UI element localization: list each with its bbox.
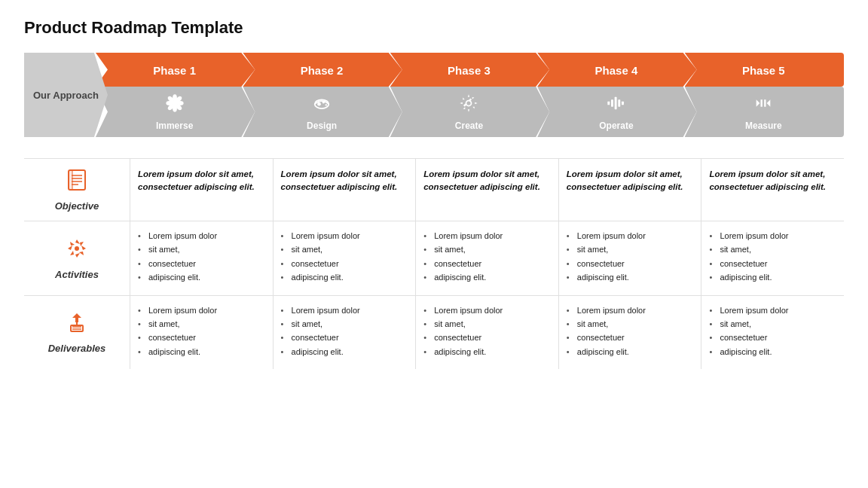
phase-3-bottom: Create: [390, 87, 549, 137]
deliverables-cell-1: Lorem ipsum dolor sit amet, consectetuer…: [130, 295, 273, 370]
list-item: Lorem ipsum dolor: [281, 305, 408, 316]
objective-row-header: Objective: [24, 158, 130, 221]
phase-4-sublabel: Operate: [599, 120, 633, 131]
list-item: adipiscing elit.: [281, 346, 408, 358]
svg-rect-14: [607, 102, 610, 105]
list-item: consectetuer: [281, 258, 408, 270]
svg-rect-28: [69, 170, 72, 190]
list-item: sit amet,: [709, 319, 836, 330]
list-item: sit amet,: [567, 244, 694, 255]
activities-row-header: Activities: [24, 221, 130, 295]
activities-list-1: Lorem ipsum dolor sit amet, consectetuer…: [138, 230, 265, 284]
activities-cell-1: Lorem ipsum dolor sit amet, consectetuer…: [130, 221, 273, 295]
list-item: consectetuer: [138, 258, 265, 270]
phase-5-bottom: Measure: [685, 87, 844, 137]
activities-list-3: Lorem ipsum dolor sit amet, consectetuer…: [423, 230, 551, 284]
list-item: Lorem ipsum dolor: [709, 305, 836, 316]
deliverables-icon: [65, 310, 89, 340]
svg-point-12: [326, 104, 327, 105]
activities-icon: [65, 236, 89, 266]
objective-text-5: Lorem ipsum dolor sit amet, consectetuer…: [709, 168, 836, 194]
list-item: sit amet,: [281, 244, 408, 255]
list-item: sit amet,: [281, 319, 408, 330]
activities-cell-5: Lorem ipsum dolor sit amet, consectetuer…: [701, 221, 844, 295]
list-item: consectetuer: [567, 332, 694, 343]
phase-3-arrow: Phase 3: [390, 53, 549, 137]
phase-1-sublabel: Immerse: [156, 120, 193, 131]
phase-4-label: Phase 4: [537, 53, 696, 87]
phase-5-label: Phase 5: [685, 53, 844, 87]
phase-3-label: Phase 3: [390, 53, 549, 87]
deliverables-list-5: Lorem ipsum dolor sit amet, consectetuer…: [709, 305, 836, 358]
activities-cell-4: Lorem ipsum dolor sit amet, consectetuer…: [558, 221, 701, 295]
list-item: adipiscing elit.: [138, 346, 265, 358]
list-item: Lorem ipsum dolor: [138, 230, 265, 242]
list-item: consectetuer: [709, 332, 836, 343]
deliverables-cell-3: Lorem ipsum dolor sit amet, consectetuer…: [415, 295, 558, 370]
objective-label: Objective: [55, 200, 99, 212]
list-item: Lorem ipsum dolor: [423, 230, 551, 242]
list-item: sit amet,: [709, 244, 836, 255]
list-item: consectetuer: [709, 258, 836, 270]
page-title: Product Roadmap Template: [24, 18, 844, 38]
objective-cell-1: Lorem ipsum dolor sit amet, consectetuer…: [130, 158, 273, 221]
list-item: consectetuer: [138, 332, 265, 343]
list-item: Lorem ipsum dolor: [567, 230, 694, 242]
list-item: sit amet,: [567, 319, 694, 330]
svg-point-30: [75, 246, 79, 251]
phase-1-arrow: Phase 1 Im: [96, 53, 255, 137]
list-item: Lorem ipsum dolor: [567, 305, 694, 316]
deliverables-list-1: Lorem ipsum dolor sit amet, consectetuer…: [138, 305, 265, 358]
svg-marker-20: [767, 99, 771, 106]
phase-4-bottom: Operate: [537, 87, 696, 137]
list-item: adipiscing elit.: [567, 346, 694, 358]
list-item: adipiscing elit.: [138, 272, 265, 283]
list-item: sit amet,: [423, 319, 551, 330]
activities-list-4: Lorem ipsum dolor sit amet, consectetuer…: [567, 230, 694, 284]
list-item: sit amet,: [138, 319, 265, 330]
list-item: adipiscing elit.: [709, 272, 836, 283]
objective-cell-3: Lorem ipsum dolor sit amet, consectetuer…: [415, 158, 558, 221]
phase-3-icon: [458, 93, 479, 117]
objective-text-4: Lorem ipsum dolor sit amet, consectetuer…: [567, 168, 694, 194]
list-item: adipiscing elit.: [709, 346, 836, 358]
phase-2-sublabel: Design: [307, 120, 337, 131]
list-item: sit amet,: [138, 244, 265, 255]
list-item: sit amet,: [423, 244, 551, 255]
list-item: consectetuer: [567, 258, 694, 270]
list-item: Lorem ipsum dolor: [138, 305, 265, 316]
roadmap-arrows: Our Approach Phase 1: [24, 53, 844, 137]
phase-2-arrow: Phase 2 Design: [243, 53, 402, 137]
svg-rect-15: [611, 99, 613, 106]
phase-2-icon: [311, 93, 332, 117]
svg-marker-19: [756, 99, 760, 106]
list-item: consectetuer: [423, 258, 551, 270]
deliverables-cell-4: Lorem ipsum dolor sit amet, consectetuer…: [558, 295, 701, 370]
phase-3-sublabel: Create: [455, 120, 483, 131]
svg-point-13: [466, 101, 472, 106]
list-item: adipiscing elit.: [281, 272, 408, 283]
deliverables-list-3: Lorem ipsum dolor sit amet, consectetuer…: [423, 305, 551, 358]
content-table: Objective Lorem ipsum dolor sit amet, co…: [24, 158, 844, 369]
phase-1-label: Phase 1: [96, 53, 255, 87]
list-item: consectetuer: [281, 332, 408, 343]
list-item: adipiscing elit.: [423, 346, 551, 358]
objective-text-2: Lorem ipsum dolor sit amet, consectetuer…: [281, 168, 408, 194]
phase-1-bottom: Immerse: [96, 87, 255, 137]
activities-list-5: Lorem ipsum dolor sit amet, consectetuer…: [709, 230, 836, 284]
objective-icon: [65, 168, 89, 197]
phase-5-arrow: Phase 5 Measure: [685, 53, 844, 137]
phase-4-icon: [606, 93, 627, 117]
list-item: Lorem ipsum dolor: [709, 230, 836, 242]
list-item: consectetuer: [423, 332, 551, 343]
phase-2-bottom: Design: [243, 87, 402, 137]
list-item: adipiscing elit.: [423, 272, 551, 283]
svg-rect-16: [615, 97, 617, 109]
our-approach-label: Our Approach: [33, 90, 99, 101]
deliverables-row-header: Deliverables: [24, 295, 130, 370]
list-item: Lorem ipsum dolor: [281, 230, 408, 242]
list-item: Lorem ipsum dolor: [423, 305, 551, 316]
deliverables-list-4: Lorem ipsum dolor sit amet, consectetuer…: [567, 305, 694, 358]
objective-text-3: Lorem ipsum dolor sit amet, consectetuer…: [423, 168, 551, 194]
objective-cell-5: Lorem ipsum dolor sit amet, consectetuer…: [701, 158, 844, 221]
